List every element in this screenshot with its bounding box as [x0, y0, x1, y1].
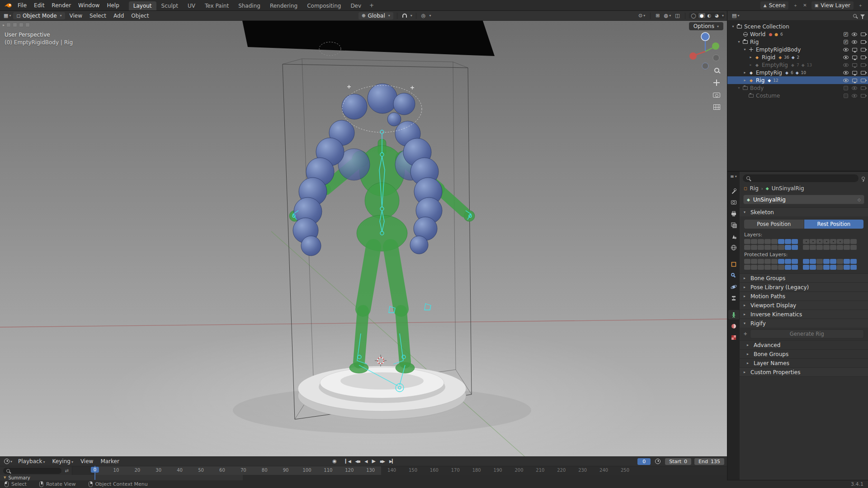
panel-bone-groups[interactable]: ▸Bone Groups: [740, 273, 868, 282]
layer-cell[interactable]: [792, 239, 798, 244]
properties-tab-texture[interactable]: [728, 333, 739, 342]
workspace-tab-shading[interactable]: Shading: [234, 1, 265, 10]
exclude-checkbox-icon[interactable]: [844, 86, 848, 90]
workspace-tab-layout[interactable]: Layout: [129, 1, 156, 10]
hide-eye-icon[interactable]: [843, 79, 849, 82]
protected-layer-cell[interactable]: [810, 265, 816, 270]
unlink-scene-button[interactable]: ✕: [802, 3, 807, 8]
jump-to-start-button[interactable]: ▎◀: [344, 459, 352, 464]
panel-skeleton[interactable]: ▾Skeleton: [740, 207, 868, 216]
show-gizmo-toggle[interactable]: ⊞: [654, 13, 661, 19]
timeline-editor-type-icon[interactable]: ▾: [3, 459, 14, 464]
protected-layer-cell[interactable]: [830, 259, 836, 264]
auto-keying-toggle[interactable]: ◉: [331, 458, 338, 465]
show-overlays-toggle[interactable]: ◍▾: [663, 13, 673, 19]
playback-sync-icon[interactable]: [654, 459, 662, 464]
protected-layer-cell[interactable]: [823, 259, 830, 264]
toggle-ortho-icon[interactable]: [713, 104, 720, 110]
workspace-tab-sculpt[interactable]: Sculpt: [157, 1, 183, 10]
layer-cell[interactable]: [764, 239, 771, 244]
workspace-tab-compositing[interactable]: Compositing: [302, 1, 345, 10]
toolbar-expand-arrow-icon[interactable]: ▸: [3, 23, 5, 27]
protected-layer-cell[interactable]: [758, 259, 764, 264]
disable-viewport-icon[interactable]: [852, 79, 857, 82]
hide-eye-icon[interactable]: [852, 86, 857, 90]
panel-viewport-display[interactable]: ▸Viewport Display: [740, 300, 868, 310]
exclude-checkbox-icon[interactable]: ✓: [844, 40, 848, 44]
protected-layer-cell[interactable]: [803, 259, 809, 264]
generate-rig-button[interactable]: Generate Rig: [750, 329, 864, 338]
pose-position-button[interactable]: Pose Position: [744, 220, 804, 229]
layer-cell[interactable]: [792, 245, 798, 250]
outliner-row-rig[interactable]: ▾Rig✓: [727, 38, 868, 46]
layer-cell[interactable]: [785, 239, 791, 244]
scene-selector[interactable]: ▲ Scene: [760, 1, 789, 9]
shading-dropdown[interactable]: ▾: [722, 14, 724, 18]
armature-layers-grid[interactable]: [744, 239, 863, 250]
menu-help[interactable]: Help: [103, 1, 123, 9]
protected-layer-cell[interactable]: [771, 265, 778, 270]
timeline-menu-keying[interactable]: Keying▾: [49, 457, 77, 465]
protected-layers-grid[interactable]: [744, 259, 863, 270]
zoom-icon[interactable]: [714, 68, 719, 73]
hide-eye-icon[interactable]: [852, 40, 857, 44]
expand-toggle-icon[interactable]: ▸: [742, 70, 748, 75]
outliner-editor-type-icon[interactable]: ▤▾: [731, 13, 741, 19]
panel-rigify-layer-names[interactable]: ▸Layer Names: [740, 358, 868, 367]
add-workspace-button[interactable]: +: [366, 2, 377, 9]
protected-layer-cell[interactable]: [751, 259, 757, 264]
layer-cell[interactable]: [744, 245, 750, 250]
layer-cell[interactable]: [837, 239, 843, 244]
layer-cell[interactable]: [830, 239, 836, 244]
object-type-visibility-dropdown[interactable]: ⊙▾: [637, 13, 646, 19]
navigation-gizmo[interactable]: [687, 30, 723, 72]
disable-render-icon[interactable]: [861, 33, 866, 36]
next-keyframe-button[interactable]: ▪▶: [378, 459, 386, 464]
disable-render-icon[interactable]: [861, 40, 866, 44]
protected-layer-cell[interactable]: [764, 259, 771, 264]
properties-search-input[interactable]: [743, 174, 859, 182]
hide-eye-icon[interactable]: [843, 71, 849, 75]
prev-keyframe-button[interactable]: ◀▪: [354, 459, 362, 464]
layer-cell[interactable]: [771, 239, 778, 244]
disable-viewport-icon[interactable]: [852, 48, 857, 52]
properties-editor-type-icon[interactable]: ≡▾: [729, 174, 738, 179]
protected-layer-cell[interactable]: [778, 259, 784, 264]
shading-solid-button[interactable]: ●: [698, 13, 705, 18]
snap-magnet-toggle[interactable]: [401, 14, 408, 18]
editor-type-selector[interactable]: ▦▾: [2, 13, 12, 19]
properties-tab-tool[interactable]: [728, 186, 739, 196]
panel-motion-paths[interactable]: ▸Motion Paths: [740, 291, 868, 300]
layer-cell[interactable]: [758, 245, 764, 250]
disable-render-icon[interactable]: [861, 71, 866, 75]
outliner-filter-icon[interactable]: [860, 14, 865, 17]
panel-pose-library[interactable]: ▸Pose Library (Legacy): [740, 282, 868, 291]
protected-layer-cell[interactable]: [837, 265, 843, 270]
workspace-tab-uv[interactable]: UV: [183, 1, 200, 10]
protected-layer-cell[interactable]: [810, 259, 816, 264]
properties-tab-material[interactable]: [728, 321, 739, 331]
timeline-menu-view[interactable]: View: [77, 457, 97, 465]
viewport-menu-select[interactable]: Select: [86, 12, 110, 20]
play-button[interactable]: ▶: [371, 458, 377, 465]
layer-cell[interactable]: [816, 245, 823, 250]
menu-render[interactable]: Render: [48, 1, 75, 9]
blender-logo-icon[interactable]: [3, 2, 14, 9]
timeline-menu-playback[interactable]: Playback▾: [14, 457, 49, 465]
workspace-tab-tex-paint[interactable]: Tex Paint: [200, 1, 233, 10]
xray-toggle[interactable]: ◫: [674, 13, 681, 19]
hide-eye-icon[interactable]: [843, 48, 849, 52]
protected-layer-cell[interactable]: [844, 259, 850, 264]
protected-layer-cell[interactable]: [744, 259, 750, 264]
layer-cell[interactable]: [823, 239, 830, 244]
layer-cell[interactable]: [837, 245, 843, 250]
layer-cell[interactable]: [751, 239, 757, 244]
breadcrumb-item[interactable]: UnSinyalRig: [772, 185, 804, 192]
rest-position-button[interactable]: Rest Position: [804, 220, 864, 229]
shading-material-button[interactable]: ◐: [706, 13, 713, 18]
layer-cell[interactable]: [844, 239, 850, 244]
panel-custom-properties[interactable]: ▸Custom Properties: [740, 367, 868, 376]
layer-cell[interactable]: [810, 239, 816, 244]
protected-layer-cell[interactable]: [816, 259, 823, 264]
view-layer-selector[interactable]: ▣ View Layer: [811, 1, 854, 9]
